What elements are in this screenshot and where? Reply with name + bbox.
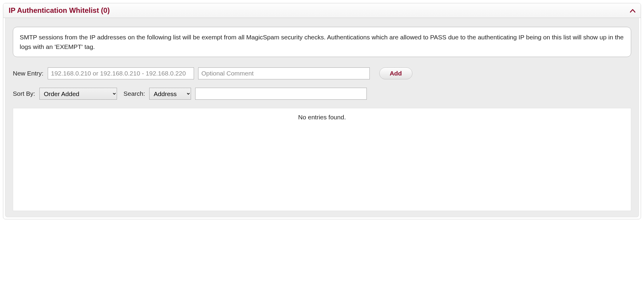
results-box: No entries found. <box>13 108 631 211</box>
add-button[interactable]: Add <box>379 67 412 79</box>
search-type-select[interactable]: Address <box>149 88 191 100</box>
comment-input[interactable] <box>198 67 370 79</box>
info-description: SMTP sessions from the IP addresses on t… <box>13 27 631 57</box>
chevron-up-icon <box>630 7 635 14</box>
sort-by-select[interactable]: Order Added <box>39 88 117 100</box>
new-entry-label: New Entry: <box>13 70 44 77</box>
search-input[interactable] <box>195 88 367 100</box>
sort-by-label: Sort By: <box>13 90 35 97</box>
search-label: Search: <box>124 90 145 97</box>
sort-search-row: Sort By: Order Added Search: Address <box>13 88 631 100</box>
ip-address-input[interactable] <box>48 67 194 79</box>
empty-message: No entries found. <box>298 114 346 121</box>
whitelist-panel: IP Authentication Whitelist (0) SMTP ses… <box>3 3 641 219</box>
new-entry-row: New Entry: Add <box>13 67 631 79</box>
panel-title: IP Authentication Whitelist (0) <box>9 6 110 15</box>
panel-body: SMTP sessions from the IP addresses on t… <box>5 18 639 217</box>
panel-header[interactable]: IP Authentication Whitelist (0) <box>3 3 641 18</box>
